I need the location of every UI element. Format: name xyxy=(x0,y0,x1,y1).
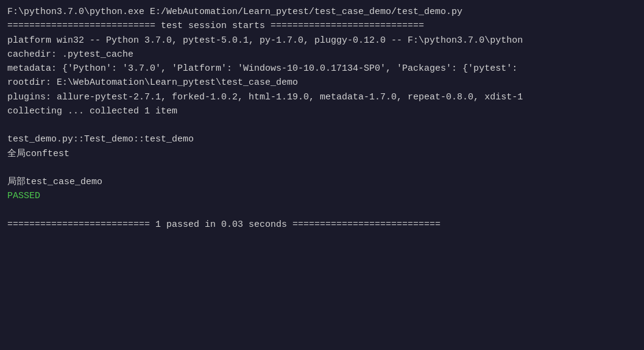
terminal-line: collecting ... collected 1 item xyxy=(7,104,637,118)
terminal-line: ========================== 1 passed in 0… xyxy=(7,218,637,232)
terminal-line: rootdir: E:\WebAutomation\Learn_pytest\t… xyxy=(7,76,637,90)
terminal-line: PASSED xyxy=(7,189,637,203)
terminal-line: metadata: {'Python': '3.7.0', 'Platform'… xyxy=(7,62,637,76)
terminal-window: F:\python3.7.0\python.exe E:/WebAutomati… xyxy=(0,0,644,350)
terminal-line-empty xyxy=(7,161,637,175)
terminal-line: platform win32 -- Python 3.7.0, pytest-5… xyxy=(7,34,637,48)
terminal-line: 全局conftest xyxy=(7,147,637,161)
terminal-line: cachedir: .pytest_cache xyxy=(7,48,637,62)
terminal-line: 局部test_case_demo xyxy=(7,175,637,189)
terminal-line-empty xyxy=(7,118,637,132)
terminal-line: F:\python3.7.0\python.exe E:/WebAutomati… xyxy=(7,5,637,19)
terminal-line-empty xyxy=(7,204,637,218)
terminal-line: =========================== test session… xyxy=(7,19,637,33)
terminal-line: plugins: allure-pytest-2.7.1, forked-1.0… xyxy=(7,90,637,104)
terminal-line: test_demo.py::Test_demo::test_demo xyxy=(7,132,637,146)
